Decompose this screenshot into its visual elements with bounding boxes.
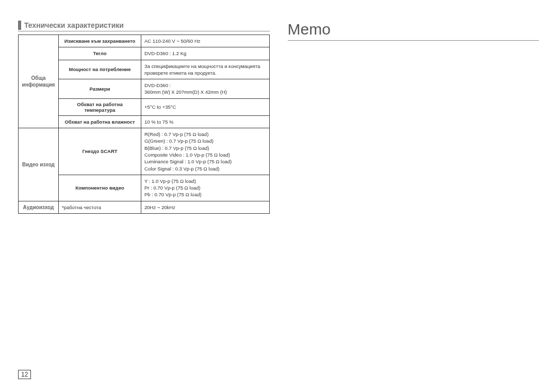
spec-label: Мощност на потребление <box>59 60 141 79</box>
row-group-header: Аудиоизход <box>19 201 59 213</box>
page-number: 12 <box>18 370 31 379</box>
table-row: Обща информацияИзискване към захранванет… <box>19 35 270 47</box>
spec-value: DVD-D360 :360mm (W) X 207mm(D) X 42mm (H… <box>141 79 270 99</box>
spec-value: Y : 1.0 Vp-p (75 Ω load)Pr : 0.70 Vp-p (… <box>141 175 270 201</box>
spec-value: За спецификациите на мощността и консума… <box>141 60 270 79</box>
spec-label: Тегло <box>59 47 141 60</box>
specifications-table: Обща информацияИзискване към захранванет… <box>18 35 270 214</box>
spec-value: R(Red) : 0.7 Vp-p (75 Ω load)G(Green) : … <box>141 128 270 175</box>
table-row: Аудиоизход*работна честота20Hz ~ 20kHz <box>19 201 270 213</box>
memo-header: Memo <box>288 21 539 41</box>
spec-label: Изискване към захранването <box>59 35 141 47</box>
memo-title: Memo <box>288 21 331 38</box>
spec-label: Размери <box>59 79 141 99</box>
spec-value: 10 % to 75 % <box>141 115 270 128</box>
row-group-header: Видео изход <box>19 128 59 201</box>
spec-label: Обхват на работна влажност <box>59 115 141 128</box>
section-header: Технически характеристики <box>18 21 270 31</box>
spec-value: AC 110-240 V ~ 50/60 Hz <box>141 35 270 47</box>
header-accent-bar <box>18 21 21 30</box>
spec-value: DVD-D360 : 1.2 Kg <box>141 47 270 60</box>
spec-label: Компонентно видео <box>59 175 141 201</box>
spec-label: Гнездо SCART <box>59 128 141 175</box>
row-group-header: Обща информация <box>19 35 59 128</box>
spec-value: +5°C to +35°C <box>141 98 270 115</box>
section-title: Технически характеристики <box>24 21 124 29</box>
spec-value: 20Hz ~ 20kHz <box>141 201 270 213</box>
spec-label: *работна честота <box>59 201 141 213</box>
spec-label: Обхват на работна температура <box>59 98 141 115</box>
table-row: Видео изходГнездо SCARTR(Red) : 0.7 Vp-p… <box>19 128 270 175</box>
